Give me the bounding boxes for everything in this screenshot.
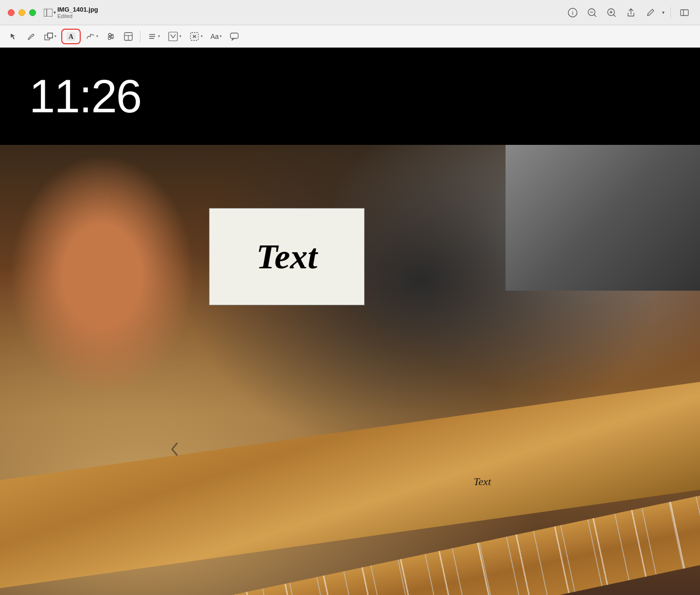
draw-tool-button[interactable] [23,29,39,44]
text-annotation-small[interactable]: Text [473,475,491,488]
svg-rect-13 [48,33,52,38]
window-icon [680,8,689,18]
zoom-out-icon [587,8,597,18]
sidebar-toggle-button[interactable]: ▾ [42,5,57,20]
text-annotation-large-label: Text [256,237,317,277]
zoom-in-icon [607,8,616,18]
speech-bubble-icon [229,32,239,41]
zoom-in-button[interactable] [604,5,619,20]
sidebar-toggle-chevron: ▾ [53,10,56,15]
prev-nav-button[interactable] [165,439,185,459]
layout-tool-button[interactable] [121,29,136,44]
sidebar-icon [44,9,52,17]
pencil-icon [646,8,655,18]
speech-bubble-button[interactable] [227,29,242,44]
shapes-tool-button[interactable]: ▾ [41,29,59,44]
list-icon [147,32,157,41]
adjust-tool-button[interactable] [103,29,119,44]
edit-button[interactable] [643,5,658,20]
text-annotation-small-label: Text [473,475,491,488]
signature-icon [86,32,95,41]
close-button[interactable] [8,9,15,16]
list-style-button[interactable]: ▾ [144,29,163,44]
traffic-lights [8,9,36,16]
svg-text:A: A [69,33,74,40]
share-icon [626,8,636,18]
svg-text:i: i [572,10,574,17]
info-icon: i [568,8,578,18]
toolbar: ▾ A ▾ [0,25,700,48]
svg-rect-32 [230,33,238,38]
titlebar-actions: i [565,5,692,20]
edit-chevron[interactable]: ▾ [662,10,665,15]
time-bar: 11:26 [0,48,700,145]
shapes-chevron: ▾ [54,34,56,38]
font-button[interactable]: Aa ▾ [208,29,225,44]
border-color-button[interactable]: ▾ [186,29,206,44]
text-tool-button[interactable]: A [61,29,81,44]
font-label: Aa [210,33,219,40]
selection-tool-button[interactable] [6,29,21,44]
sig-chevron: ▾ [96,34,98,38]
markup-color-button[interactable]: ▾ [165,29,184,44]
time-display: 11:26 [29,70,141,123]
share-button[interactable] [623,5,639,20]
shapes-icon [44,32,53,41]
list-chevron: ▾ [158,34,160,38]
photo-background: Text Text [0,145,700,595]
font-chevron: ▾ [220,34,222,38]
info-button[interactable]: i [565,5,580,20]
svg-point-22 [108,37,111,39]
draw-icon [27,32,35,41]
layout-icon [123,32,133,41]
text-annotation-large[interactable]: Text [209,208,365,305]
svg-line-6 [594,15,596,17]
svg-rect-0 [44,9,52,17]
titlebar-divider [670,7,671,18]
adjust-icon [106,32,116,41]
window-button[interactable] [677,5,692,20]
filename-label: IMG_1401.jpg [57,6,98,13]
signature-tool-button[interactable]: ▾ [83,29,101,44]
zoom-out-button[interactable] [584,5,600,20]
markup-icon [168,31,178,42]
svg-point-18 [109,33,111,35]
svg-rect-11 [681,10,688,16]
toolbar-divider-1 [140,31,140,42]
markup-chevron: ▾ [179,34,181,38]
fullscreen-button[interactable] [29,9,36,16]
border-chevron: ▾ [201,34,203,38]
edited-label: Edited [57,13,98,19]
titlebar: ▾ IMG_1401.jpg Edited i [0,0,700,25]
minimize-button[interactable] [18,9,25,16]
left-arrow-icon [170,442,180,456]
svg-point-20 [111,35,114,37]
svg-line-10 [613,15,615,17]
image-area: 11:26 Text Text [0,48,700,595]
person-torso [10,155,194,398]
dark-bg [506,145,700,291]
selection-icon [9,32,18,41]
svg-rect-29 [169,32,177,41]
border-icon [189,31,200,42]
file-info: IMG_1401.jpg Edited [57,6,98,19]
text-tool-icon: A [66,32,76,41]
